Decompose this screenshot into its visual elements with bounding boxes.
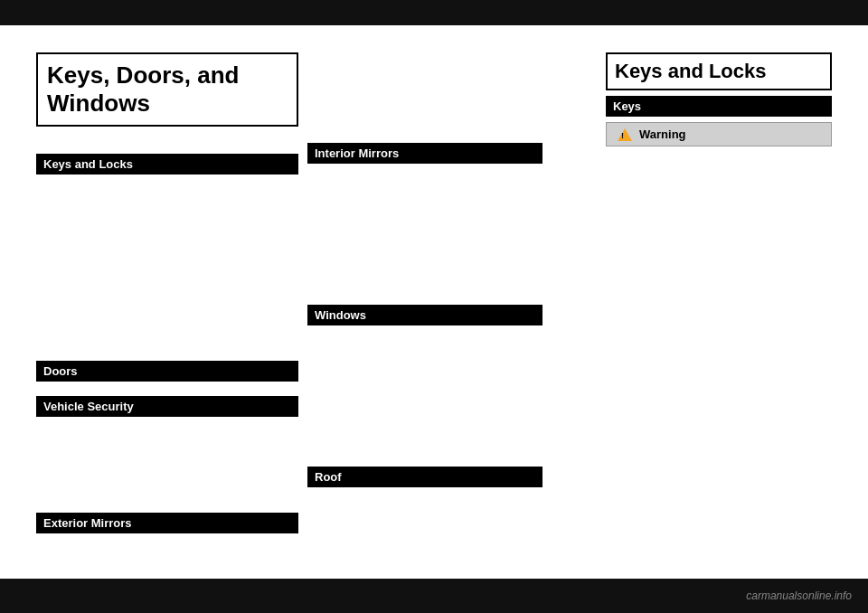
right-main-title: Keys and Locks [606, 52, 832, 90]
warning-triangle-icon [618, 128, 632, 141]
sidebar-item-keys-and-locks[interactable]: Keys and Locks [36, 154, 298, 174]
warning-label: Warning [639, 127, 686, 141]
spacer-2 [36, 270, 298, 361]
spacer-8 [307, 421, 542, 467]
spacer-4 [36, 422, 298, 513]
sidebar-item-doors[interactable]: Doors [36, 361, 298, 382]
bottom-border: carmanualsonline.info [0, 579, 868, 613]
spacer-7 [307, 331, 542, 421]
sidebar-item-interior-mirrors[interactable]: Interior Mirrors [307, 143, 542, 164]
main-title: Keys, Doors, and Windows [36, 52, 298, 127]
left-column: Keys, Doors, and Windows Keys and Locks … [36, 25, 298, 539]
top-border [0, 0, 868, 25]
right-column: Keys and Locks Keys Warning [606, 25, 832, 152]
spacer-3 [36, 387, 298, 396]
sidebar-item-windows[interactable]: Windows [307, 305, 542, 325]
page-container: Keys, Doors, and Windows Keys and Locks … [0, 0, 868, 613]
sidebar-item-roof[interactable]: Roof [307, 467, 542, 487]
middle-column: Interior Mirrors Windows Roof [307, 25, 542, 493]
watermark: carmanualsonline.info [746, 589, 852, 602]
sidebar-item-exterior-mirrors[interactable]: Exterior Mirrors [36, 513, 298, 533]
right-sub-header: Keys [606, 96, 832, 117]
spacer-1 [36, 180, 298, 270]
spacer-5 [307, 169, 542, 259]
sidebar-item-vehicle-security[interactable]: Vehicle Security [36, 396, 298, 417]
spacer-6 [307, 259, 542, 305]
warning-box: Warning [606, 122, 832, 146]
